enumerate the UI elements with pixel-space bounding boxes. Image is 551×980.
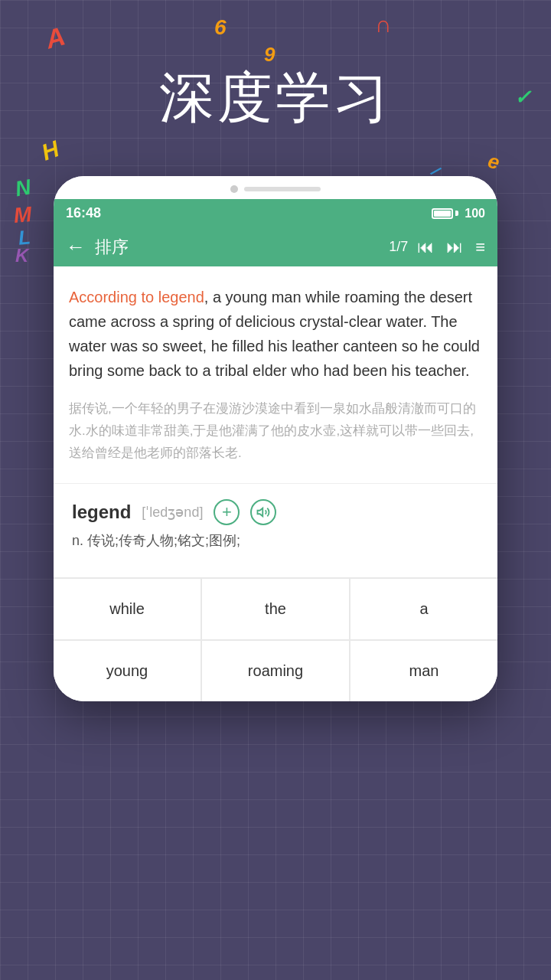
- status-right: 100: [432, 207, 485, 220]
- word-main: legend: [72, 501, 131, 523]
- highlight-phrase: According to legend: [69, 289, 204, 305]
- word-phonetic: [ˈledʒənd]: [142, 504, 203, 521]
- phone-dot: [230, 185, 238, 193]
- chinese-translation: 据传说,一个年轻的男子在漫游沙漠途中看到一泉如水晶般清澈而可口的水.水的味道非常…: [69, 398, 482, 465]
- divider: [54, 483, 497, 484]
- answer-roaming[interactable]: roaming: [202, 641, 349, 701]
- passage-text: According to legend, a young man while r…: [69, 285, 482, 383]
- svg-marker-0: [258, 508, 263, 516]
- float-letter: K: [15, 245, 28, 266]
- answer-man[interactable]: man: [350, 641, 497, 701]
- battery-icon: [432, 208, 458, 219]
- battery-tip: [455, 211, 458, 216]
- app-header: ← 排序 1/7 ⏮ ⏭ ≡: [54, 227, 497, 266]
- float-letter: 6: [214, 15, 227, 40]
- definition-text: 传说;传奇人物;铭文;图例;: [87, 533, 240, 548]
- float-letter: ∩: [375, 11, 392, 38]
- header-title: 排序: [95, 236, 380, 259]
- answers-grid: while the a young roaming man: [54, 577, 497, 701]
- menu-button[interactable]: ≡: [475, 237, 485, 257]
- answer-a[interactable]: a: [350, 579, 497, 639]
- answer-young[interactable]: young: [54, 641, 201, 701]
- status-time: 16:48: [66, 205, 101, 221]
- next-button[interactable]: ⏭: [446, 237, 463, 257]
- content-area: According to legend, a young man while r…: [54, 266, 497, 577]
- float-letter: e: [485, 149, 502, 175]
- back-button[interactable]: ←: [66, 235, 86, 259]
- float-letter: M: [13, 202, 33, 228]
- battery-level: 100: [465, 207, 485, 220]
- answer-the[interactable]: the: [202, 579, 349, 639]
- word-row: legend [ˈledʒənd] +: [69, 499, 482, 525]
- phone-line: [244, 187, 321, 191]
- add-word-button[interactable]: +: [214, 499, 240, 525]
- battery-body: [432, 208, 453, 219]
- sound-button[interactable]: [250, 499, 276, 525]
- status-bar: 16:48 100: [54, 199, 497, 227]
- word-definition: n. 传说;传奇人物;铭文;图例;: [69, 531, 482, 550]
- phone-mockup: 16:48 100 ← 排序 1/7 ⏮ ⏭ ≡ According to le…: [54, 176, 497, 701]
- header-progress: 1/7: [389, 239, 408, 255]
- prev-button[interactable]: ⏮: [417, 237, 434, 257]
- battery-fill: [434, 211, 451, 217]
- title-area: 深度学习: [0, 0, 551, 150]
- answer-while[interactable]: while: [54, 579, 201, 639]
- part-of-speech: n.: [72, 533, 83, 548]
- float-letter: ✓: [514, 86, 531, 109]
- header-icons: ⏮ ⏭ ≡: [417, 237, 485, 257]
- page-title: 深度学习: [0, 61, 551, 135]
- float-letter: N: [13, 175, 32, 201]
- phone-top-bar: [54, 176, 497, 199]
- float-letter: 9: [264, 43, 275, 67]
